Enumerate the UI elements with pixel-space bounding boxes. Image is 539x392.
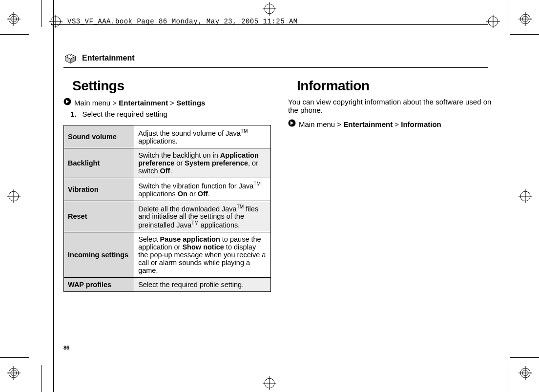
registration-mark-icon [486, 15, 500, 28]
information-heading: Information [297, 78, 496, 94]
settings-heading: Settings [72, 78, 271, 94]
nav-arrow-icon [288, 119, 296, 127]
step-text: Select the required setting [83, 110, 167, 118]
breadcrumb-text: > [168, 99, 176, 107]
breadcrumb-text: Entertainment [343, 120, 393, 128]
crop-mark [41, 365, 42, 392]
table-row: Incoming settingsSelect Pause applicatio… [64, 232, 271, 278]
right-column: Information You can view copyright infor… [288, 78, 496, 292]
setting-description: Delete all the downloaded JavaTM files a… [134, 201, 271, 232]
registration-mark-icon [7, 189, 21, 203]
section-underline [63, 67, 488, 68]
breadcrumb-text: Information [401, 120, 441, 128]
setting-description: Switch the vibration function for JavaTM… [134, 178, 271, 201]
registration-mark-icon [7, 366, 21, 380]
table-row: Sound volumeAdjust the sound volume of J… [64, 125, 271, 148]
nav-arrow-icon [63, 98, 71, 105]
registration-mark-icon [7, 12, 21, 26]
table-row: WAP profilesSelect the required profile … [64, 278, 271, 292]
entertainment-section-icon [63, 51, 77, 65]
breadcrumb-text: > [393, 120, 401, 128]
information-breadcrumb: Main menu > Entertainment > Information [288, 119, 496, 128]
table-row: BacklightSwitch the backlight on in Appl… [64, 148, 271, 178]
crop-mark [507, 365, 507, 392]
crop-mark [507, 0, 507, 27]
setting-name: Backlight [64, 148, 134, 178]
step-number: 1. [70, 110, 77, 118]
header-filename: VS3_VF_AAA.book Page 86 Monday, May 23, … [67, 18, 298, 25]
setting-description: Adjust the sound volume of JavaTM applic… [134, 125, 271, 148]
registration-mark-icon [49, 15, 62, 28]
crop-mark [41, 0, 42, 27]
breadcrumb-text: Settings [176, 99, 205, 107]
registration-mark-icon [518, 366, 532, 380]
setting-description: Switch the backlight on in Application p… [134, 148, 271, 178]
information-intro: You can view copyright information about… [288, 98, 496, 114]
left-column: Settings Main menu > Entertainment > Set… [63, 78, 271, 292]
setting-description: Select the required profile setting. [134, 278, 271, 292]
svg-point-37 [67, 55, 68, 56]
breadcrumb-text: Main menu > [74, 99, 119, 107]
crop-mark [0, 357, 29, 358]
setting-name: Incoming settings [64, 232, 134, 278]
page-number: 86 [63, 345, 69, 351]
breadcrumb-text: Entertainment [119, 99, 168, 107]
svg-point-39 [72, 55, 73, 56]
section-title: Entertainment [82, 54, 135, 62]
table-row: VibrationSwitch the vibration function f… [64, 178, 271, 201]
settings-breadcrumb: Main menu > Entertainment > Settings [63, 98, 271, 107]
breadcrumb-text: Main menu > [299, 120, 343, 128]
setting-name: Vibration [64, 178, 134, 201]
table-row: ResetDelete all the downloaded JavaTM fi… [64, 201, 271, 232]
crop-mark [510, 34, 539, 35]
registration-mark-icon [518, 12, 532, 26]
setting-name: Reset [64, 201, 134, 232]
setting-name: WAP profiles [64, 278, 134, 292]
registration-mark-icon [263, 2, 276, 16]
svg-point-38 [70, 55, 71, 56]
crop-mark [510, 357, 539, 358]
registration-mark-icon [518, 189, 532, 203]
setting-description: Select Pause application to pause the ap… [134, 232, 271, 278]
registration-mark-icon [263, 376, 276, 390]
crop-mark [0, 34, 29, 35]
setting-name: Sound volume [64, 125, 134, 148]
settings-table: Sound volumeAdjust the sound volume of J… [63, 125, 271, 292]
